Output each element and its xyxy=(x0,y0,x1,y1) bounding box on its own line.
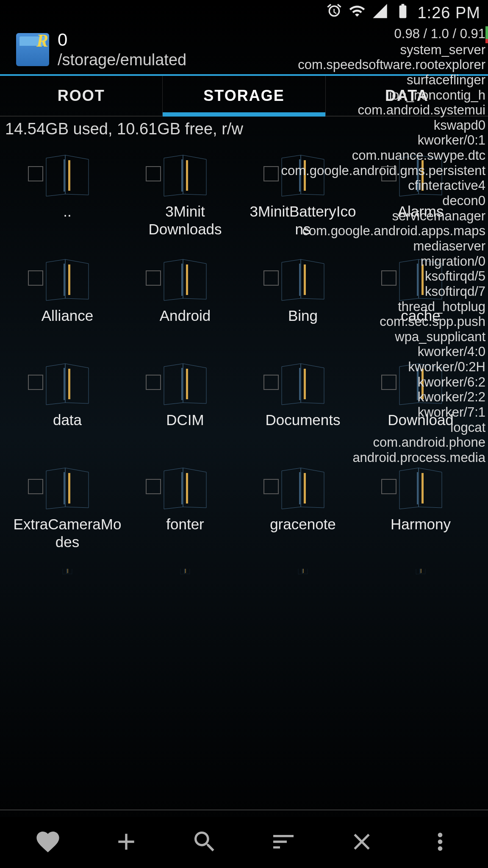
folder-item[interactable]: Harmony xyxy=(362,458,480,558)
folder-icon xyxy=(277,569,328,579)
folder-icon xyxy=(277,256,328,303)
folder-item[interactable]: ExtraCameraModes xyxy=(8,458,126,558)
folder-icon xyxy=(160,360,211,407)
folder-icon xyxy=(395,465,446,511)
folder-checkbox[interactable] xyxy=(263,375,279,390)
folder-checkbox[interactable] xyxy=(263,166,279,181)
folder-label: gracenote xyxy=(270,515,336,551)
favorites-button[interactable] xyxy=(34,828,61,857)
folder-item[interactable]: gracenote xyxy=(244,458,362,558)
sort-button[interactable] xyxy=(270,828,297,857)
storage-info: 14.54GB used, 10.61GB free, r/w xyxy=(0,117,488,142)
folder-checkbox[interactable] xyxy=(28,375,43,390)
folder-label: data xyxy=(53,411,82,447)
folder-label: Download xyxy=(388,411,454,447)
folder-label: Android xyxy=(160,307,211,342)
clock-text: 1:26 PM xyxy=(417,4,480,22)
folder-checkbox[interactable] xyxy=(263,479,279,494)
folder-checkbox[interactable] xyxy=(381,375,396,390)
tab-bar: ROOT STORAGE DATA xyxy=(0,76,488,117)
folder-icon xyxy=(277,360,328,407)
folder-checkbox[interactable] xyxy=(146,375,161,390)
folder-icon xyxy=(160,569,211,579)
folder-label: 3Minit Downloads xyxy=(128,203,242,238)
folder-checkbox[interactable] xyxy=(146,270,161,286)
signal-icon xyxy=(372,3,388,23)
current-path: /storage/emulated xyxy=(58,51,186,69)
folder-checkbox[interactable] xyxy=(28,270,43,286)
folder-item[interactable] xyxy=(362,562,480,590)
folder-label: DCIM xyxy=(166,411,204,447)
folder-item[interactable]: Android xyxy=(126,249,244,349)
folder-label: Alliance xyxy=(42,307,94,342)
folder-icon xyxy=(395,569,446,579)
folder-item[interactable]: 3MinitBatteryIcons xyxy=(244,145,362,245)
status-bar: 1:26 PM xyxy=(0,0,488,25)
toolbar-divider xyxy=(0,810,488,810)
folder-icon xyxy=(277,152,328,198)
folder-checkbox[interactable] xyxy=(146,166,161,181)
folder-label: Alarms xyxy=(398,203,444,238)
folder-item[interactable]: cache xyxy=(362,249,480,349)
folder-item[interactable] xyxy=(244,562,362,590)
folder-item[interactable]: Download xyxy=(362,353,480,453)
folder-item[interactable]: Bing xyxy=(244,249,362,349)
battery-icon xyxy=(394,3,411,23)
add-button[interactable] xyxy=(113,828,140,857)
folder-item[interactable]: Alliance xyxy=(8,249,126,349)
folder-label: fonter xyxy=(166,515,204,551)
header-titles: 0 /storage/emulated xyxy=(58,30,186,69)
folder-item[interactable]: fonter xyxy=(126,458,244,558)
folder-checkbox[interactable] xyxy=(28,166,43,181)
folder-item[interactable] xyxy=(8,562,126,590)
folder-icon xyxy=(42,256,93,303)
folder-item[interactable]: DCIM xyxy=(126,353,244,453)
folder-item[interactable]: 3Minit Downloads xyxy=(126,145,244,245)
folder-icon xyxy=(395,360,446,407)
search-button[interactable] xyxy=(191,828,218,857)
folder-checkbox[interactable] xyxy=(381,479,396,494)
folder-grid[interactable]: .. 3Minit Downloads 3MinitBatteryIcons A… xyxy=(0,142,488,593)
folder-label: .. xyxy=(63,203,71,238)
folder-icon xyxy=(42,152,93,198)
overflow-menu-button[interactable] xyxy=(427,828,454,857)
folder-item[interactable]: data xyxy=(8,353,126,453)
folder-item[interactable] xyxy=(126,562,244,590)
folder-item[interactable]: Documents xyxy=(244,353,362,453)
bottom-toolbar xyxy=(0,817,488,868)
folder-icon xyxy=(42,569,93,579)
folder-checkbox[interactable] xyxy=(146,479,161,494)
folder-icon xyxy=(395,256,446,303)
folder-label: ExtraCameraModes xyxy=(10,515,125,551)
folder-icon xyxy=(160,256,211,303)
folder-icon xyxy=(277,465,328,511)
app-header: 0 /storage/emulated xyxy=(0,25,488,76)
folder-checkbox[interactable] xyxy=(28,479,43,494)
folder-label: cache xyxy=(401,307,440,342)
wifi-icon xyxy=(349,3,366,23)
folder-icon xyxy=(42,360,93,407)
alarm-icon xyxy=(326,3,343,23)
app-icon xyxy=(16,33,49,66)
tab-root[interactable]: ROOT xyxy=(0,76,163,117)
folder-label: Bing xyxy=(288,307,318,342)
current-folder-title: 0 xyxy=(58,30,186,50)
folder-label: Harmony xyxy=(391,515,451,551)
folder-item[interactable]: Alarms xyxy=(362,145,480,245)
tab-data[interactable]: DATA xyxy=(326,76,488,117)
folder-label: 3MinitBatteryIcons xyxy=(246,203,360,238)
close-button[interactable] xyxy=(348,828,375,857)
folder-icon xyxy=(42,465,93,511)
folder-checkbox[interactable] xyxy=(263,270,279,286)
tab-storage[interactable]: STORAGE xyxy=(163,76,325,117)
folder-checkbox[interactable] xyxy=(381,166,396,181)
folder-item[interactable]: .. xyxy=(8,145,126,245)
folder-icon xyxy=(160,465,211,511)
folder-icon xyxy=(160,152,211,198)
folder-checkbox[interactable] xyxy=(381,270,396,286)
folder-label: Documents xyxy=(265,411,340,447)
folder-icon xyxy=(395,152,446,198)
